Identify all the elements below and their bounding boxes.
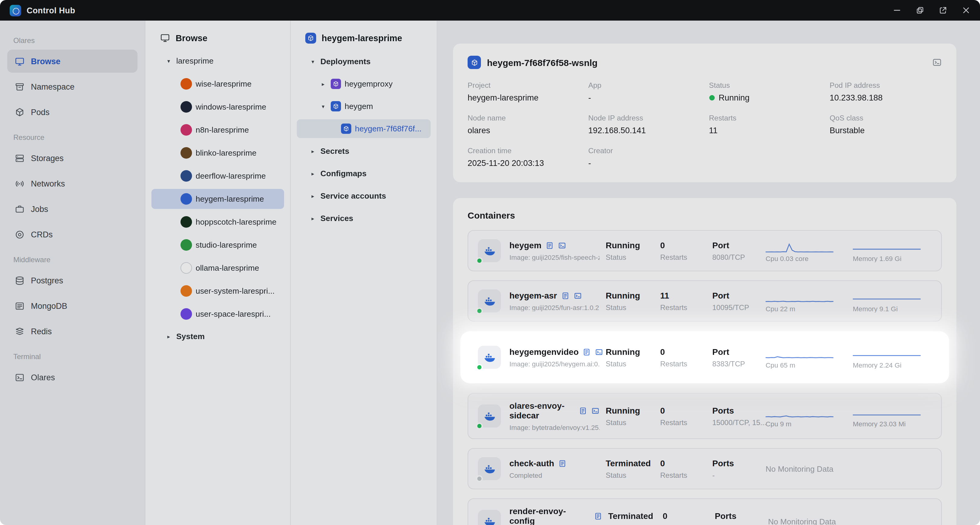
- sidebar-item[interactable]: Namespace: [7, 75, 137, 98]
- container-name-block: heygem-asr Image: guiji2025/fun-asr:1.0.…: [509, 291, 606, 311]
- caret-icon[interactable]: ▸: [309, 193, 317, 199]
- app-icon: [180, 78, 192, 90]
- sidebar-item[interactable]: MongoDB: [7, 294, 137, 317]
- app-tree-item[interactable]: blinko-laresprime: [151, 143, 284, 163]
- app-tree-item[interactable]: user-system-larespri...: [151, 281, 284, 301]
- app-tree-item[interactable]: deerflow-laresprime: [151, 166, 284, 186]
- resource-panel-title: heygem-laresprime: [321, 33, 402, 43]
- container-row[interactable]: heygemgenvideo Image: guiji2025/heygem.a…: [461, 332, 948, 382]
- sidebar-item[interactable]: Pods: [7, 100, 137, 124]
- sidebar-item[interactable]: Storages: [7, 146, 137, 170]
- system-tree-toggle[interactable]: ▸ System: [151, 327, 284, 346]
- app-tree-item[interactable]: n8n-laresprime: [151, 120, 284, 140]
- field-value: -: [589, 159, 701, 168]
- titlebar: Control Hub: [0, 0, 980, 21]
- caret-icon[interactable]: ▸: [319, 81, 327, 87]
- terminal-icon[interactable]: [573, 291, 582, 299]
- field-value-text: 2025-11-20 20:03:13: [468, 159, 544, 168]
- container-port-col: Ports -: [715, 511, 768, 525]
- caret-icon[interactable]: ▾: [309, 59, 317, 65]
- log-icon[interactable]: [594, 512, 602, 520]
- content: Olares Browse Namespace: [0, 21, 980, 525]
- open-external-button[interactable]: [939, 6, 947, 14]
- container-image: Image: guiji2025/heygem.ai:0.0.7_sdk_sli…: [509, 360, 600, 368]
- log-icon[interactable]: [546, 241, 554, 249]
- container-row[interactable]: heygem-asr Image: guiji2025/fun-asr:1.0.…: [468, 280, 942, 321]
- terminal-icon[interactable]: [591, 407, 600, 415]
- resource-tree-item[interactable]: ▾ Deployments: [297, 52, 431, 71]
- container-port-value: 8383/TCP: [712, 360, 765, 368]
- resource-tree-item[interactable]: ▸ Service accounts: [297, 186, 431, 205]
- field-value-text: 192.168.50.141: [589, 126, 646, 135]
- restore-button[interactable]: [916, 6, 924, 14]
- resource-tree-item[interactable]: heygem-7f68f76f...: [297, 119, 431, 138]
- container-cpu-label: Cpu 9 m: [765, 420, 853, 427]
- app-icon: [180, 239, 192, 251]
- detail-field: Creation time 2025-11-20 20:03:13: [468, 146, 580, 168]
- field-value-text: Running: [719, 93, 749, 102]
- app-tree-item[interactable]: hoppscotch-laresprime: [151, 212, 284, 232]
- caret-right-icon[interactable]: ▸: [165, 333, 173, 339]
- container-row[interactable]: render-envoy-config Completed: [468, 498, 942, 525]
- container-row[interactable]: check-auth Completed: [468, 448, 942, 489]
- container-row[interactable]: olares-envoy-sidecar Image: bytetrade/en…: [468, 393, 942, 439]
- caret-icon[interactable]: ▾: [319, 103, 327, 109]
- log-icon[interactable]: [583, 348, 591, 356]
- minimize-button[interactable]: [893, 6, 901, 14]
- resource-tree-item[interactable]: ▾ heygem: [297, 97, 431, 116]
- log-icon[interactable]: [579, 407, 587, 415]
- app-icon: [180, 101, 192, 113]
- container-icon: [478, 346, 501, 369]
- terminal-icon[interactable]: [595, 348, 604, 356]
- log-icon[interactable]: [558, 459, 566, 467]
- sidebar-item[interactable]: Jobs: [7, 197, 137, 220]
- console-icon[interactable]: [932, 57, 942, 67]
- resource-tree-item[interactable]: ▸ Secrets: [297, 142, 431, 161]
- sidebar-item[interactable]: Olares: [7, 366, 137, 389]
- sidebar-section-label: Olares: [13, 37, 131, 45]
- app-label: n8n-laresprime: [196, 125, 249, 134]
- field-value: heygem-laresprime: [468, 93, 580, 102]
- caret-icon[interactable]: ▸: [309, 170, 317, 177]
- terminal-icon[interactable]: [558, 241, 566, 249]
- field-value-text: -: [589, 159, 591, 168]
- namespace-icon: [14, 81, 25, 92]
- container-icon: [478, 404, 501, 428]
- app-tree-item[interactable]: windows-laresprime: [151, 97, 284, 117]
- container-row[interactable]: heygem Image: guiji2025/fish-speech-zimi…: [468, 230, 942, 271]
- field-label: Node name: [468, 114, 580, 123]
- container-cpu-col: Cpu 65 m: [765, 346, 853, 369]
- container-port-col: Ports 15000/TCP, 15...: [712, 406, 765, 426]
- log-icon[interactable]: [561, 291, 569, 299]
- container-restarts-label: Restarts: [660, 360, 712, 368]
- app-tree-item[interactable]: studio-laresprime: [151, 235, 284, 255]
- resource-tree-item[interactable]: ▸ Services: [297, 209, 431, 228]
- sidebar-item[interactable]: Networks: [7, 172, 137, 195]
- app-tree-item[interactable]: wise-laresprime: [151, 74, 284, 94]
- container-restarts-col: 11 Restarts: [660, 290, 712, 312]
- field-value: 192.168.50.141: [589, 126, 701, 135]
- container-memory-col: Memory 9.1 Gi: [853, 290, 932, 312]
- close-button[interactable]: [962, 6, 970, 14]
- storages-icon: [14, 153, 25, 163]
- caret-icon[interactable]: ▸: [309, 148, 317, 154]
- caret-icon[interactable]: ▸: [309, 215, 317, 221]
- container-restarts-label: Restarts: [660, 253, 712, 261]
- container-image: Image: guiji2025/fun-asr:1.0.2: [509, 304, 600, 311]
- container-cpu-col: Cpu 22 m: [765, 290, 853, 312]
- field-value-text: 11: [709, 126, 718, 135]
- app-tree-item[interactable]: ollama-laresprime: [151, 258, 284, 278]
- sidebar-item[interactable]: Redis: [7, 320, 137, 343]
- sidebar-item[interactable]: CRDs: [7, 223, 137, 246]
- container-status: Terminated: [608, 511, 663, 520]
- app-tree-item[interactable]: user-space-larespri...: [151, 304, 284, 324]
- resource-tree-item[interactable]: ▸ Configmaps: [297, 164, 431, 183]
- caret-down-icon[interactable]: ▾: [165, 58, 173, 64]
- container-status-label: Status: [606, 360, 660, 368]
- resource-tree-item[interactable]: ▸ heygemproxy: [297, 75, 431, 93]
- sidebar-item[interactable]: Browse: [7, 50, 137, 73]
- sidebar-item[interactable]: Postgres: [7, 269, 137, 292]
- app-tree-item[interactable]: heygem-laresprime: [151, 189, 284, 209]
- namespace-tree-toggle[interactable]: ▾ laresprime: [151, 51, 284, 70]
- app-title: Control Hub: [27, 6, 75, 15]
